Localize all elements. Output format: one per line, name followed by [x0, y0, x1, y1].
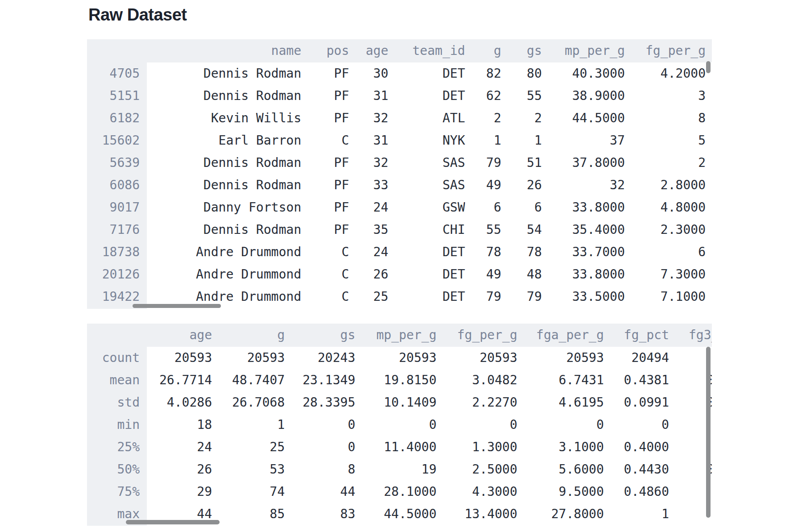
data-cell: 33.8000 [542, 263, 625, 286]
data-cell: 6.7431 [517, 369, 604, 391]
data-cell: 8 [285, 458, 355, 481]
table2-horizontal-scrollbar-thumb[interactable] [126, 520, 220, 524]
data-cell: 5.6000 [517, 458, 604, 481]
data-cell: 31 [349, 129, 388, 152]
data-cell: PF [301, 85, 349, 107]
data-cell: C [301, 241, 349, 263]
data-cell: 2.2270 [436, 391, 517, 414]
data-cell: 51 [501, 152, 542, 174]
data-cell [669, 347, 712, 369]
data-cell: 20593 [212, 347, 285, 369]
data-cell: 20593 [355, 347, 436, 369]
data-cell: Dennis Rodman [147, 219, 301, 241]
data-cell: 79 [501, 286, 542, 308]
data-cell: SAS [388, 152, 465, 174]
table1-horizontal-scrollbar-thumb[interactable] [133, 304, 221, 308]
data-cell: 7.3000 [625, 263, 706, 286]
data-cell: 55 [501, 85, 542, 107]
summary-stats-table[interactable]: ageggsmp_per_gfg_per_gfga_per_gfg_pctfg3… [87, 324, 712, 526]
data-cell: 1.3000 [436, 436, 517, 458]
column-header: fga_per_g [517, 324, 604, 347]
data-cell: Dennis Rodman [147, 152, 301, 174]
column-header: fg_per_g [625, 39, 706, 62]
row-index-cell: 50% [87, 458, 147, 481]
data-cell: PF [301, 219, 349, 241]
data-cell: GSW [388, 196, 465, 219]
data-cell: 30 [349, 62, 388, 85]
data-cell: 28.3395 [285, 391, 355, 414]
data-cell: 49 [465, 263, 501, 286]
data-cell: 1 [212, 414, 285, 436]
data-cell: ATL [388, 107, 465, 129]
data-cell: 19.8150 [355, 369, 436, 391]
data-cell: 7.1000 [625, 286, 706, 308]
data-cell: PF [301, 152, 349, 174]
column-header: g [465, 39, 501, 62]
data-cell: 28.1000 [355, 481, 436, 503]
column-header: fg_per_g [436, 324, 517, 347]
data-cell: 24 [147, 436, 212, 458]
data-cell: 80 [501, 62, 542, 85]
row-index-cell: count [87, 347, 147, 369]
data-cell: Dennis Rodman [147, 174, 301, 196]
data-cell: Dennis Rodman [147, 85, 301, 107]
data-cell: 33 [349, 174, 388, 196]
table1-vertical-scrollbar-thumb[interactable] [706, 61, 711, 73]
data-cell: 48 [501, 263, 542, 286]
data-cell: 23.1349 [285, 369, 355, 391]
column-header: fg3_ [669, 324, 712, 347]
data-cell: 2.5000 [436, 458, 517, 481]
data-cell: 0 [436, 414, 517, 436]
data-cell: NYK [388, 129, 465, 152]
data-cell: 20593 [436, 347, 517, 369]
data-cell: 82 [465, 62, 501, 85]
data-cell: 0.4860 [604, 481, 669, 503]
data-cell: 20494 [604, 347, 669, 369]
data-cell: Andre Drummond [147, 241, 301, 263]
data-cell: 0 [669, 391, 712, 414]
data-cell: 4.0286 [147, 391, 212, 414]
row-index-cell: 5639 [87, 152, 147, 174]
data-cell: PF [301, 196, 349, 219]
data-cell: 2.8000 [625, 174, 706, 196]
data-cell: 0 [517, 414, 604, 436]
row-index-cell: 6182 [87, 107, 147, 129]
data-cell: 26.7068 [212, 391, 285, 414]
data-cell: 6 [501, 196, 542, 219]
data-cell: C [301, 263, 349, 286]
data-cell: 44.5000 [355, 503, 436, 525]
data-cell: 1 [604, 503, 669, 525]
data-cell: 5 [625, 129, 706, 152]
column-header: age [349, 39, 388, 62]
data-cell: 55 [465, 219, 501, 241]
data-cell: 9.5000 [517, 481, 604, 503]
data-cell: 3.1000 [517, 436, 604, 458]
data-cell: 32 [349, 107, 388, 129]
data-cell: 4.8000 [625, 196, 706, 219]
data-cell: 49 [465, 174, 501, 196]
column-header: team_id [388, 39, 465, 62]
raw-dataset-table[interactable]: nameposageteam_idggsmp_per_gfg_per_g4705… [87, 39, 712, 309]
column-header: g [212, 324, 285, 347]
data-cell: PF [301, 174, 349, 196]
data-cell: 0 [355, 414, 436, 436]
data-cell: C [301, 129, 349, 152]
data-cell: 20243 [285, 347, 355, 369]
table2-vertical-scrollbar-thumb[interactable] [706, 347, 711, 518]
column-header: mp_per_g [355, 324, 436, 347]
data-cell: 10.1409 [355, 391, 436, 414]
row-index-cell: 7176 [87, 219, 147, 241]
data-cell: 4.2000 [625, 62, 706, 85]
data-cell: 6 [465, 196, 501, 219]
data-cell: 2 [501, 107, 542, 129]
row-index-cell: 75% [87, 481, 147, 503]
column-header: gs [501, 39, 542, 62]
data-cell: 32 [542, 174, 625, 196]
data-cell: PF [301, 62, 349, 85]
data-cell: 2.3000 [625, 219, 706, 241]
data-cell: 0.4381 [604, 369, 669, 391]
data-cell: 35 [349, 219, 388, 241]
data-cell: 53 [212, 458, 285, 481]
data-cell: 11.4000 [355, 436, 436, 458]
row-index-cell: 20126 [87, 263, 147, 286]
